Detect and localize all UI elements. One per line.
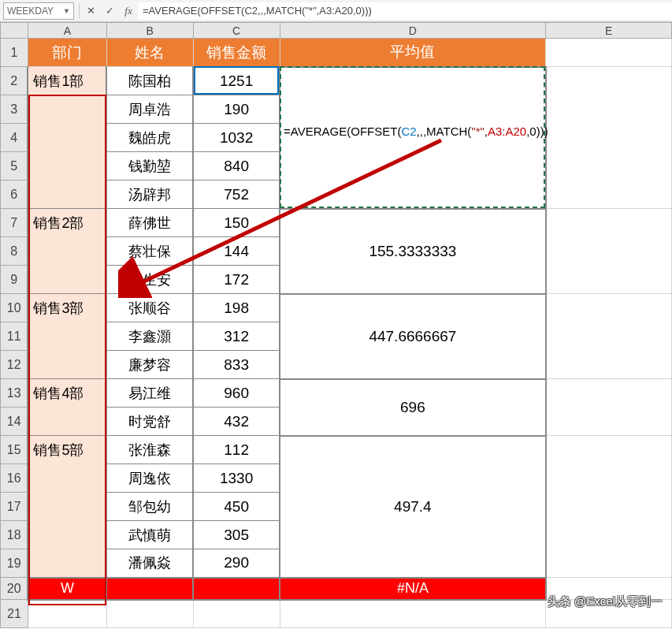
row-header-3[interactable]: 3 xyxy=(1,95,28,124)
cell-B17[interactable]: 邹包幼 xyxy=(106,493,193,521)
cell-E2[interactable] xyxy=(546,67,672,209)
cell-D1[interactable]: 平均值 xyxy=(280,39,546,67)
cell-D13[interactable]: 696 xyxy=(280,379,546,436)
cell-B19[interactable]: 潘佩焱 xyxy=(106,549,193,578)
cell-C11[interactable]: 312 xyxy=(193,322,280,351)
cell-A10[interactable]: 销售3部 xyxy=(28,294,106,322)
row-header-17[interactable]: 17 xyxy=(1,493,28,521)
cell-E13[interactable] xyxy=(546,379,672,436)
dropdown-icon[interactable]: ▼ xyxy=(63,7,70,15)
row-header-13[interactable]: 13 xyxy=(1,379,28,408)
cell-C10[interactable]: 198 xyxy=(193,294,280,322)
cell-D10[interactable]: 447.6666667 xyxy=(280,294,546,379)
cell-B20[interactable] xyxy=(106,578,193,600)
cell-C13[interactable]: 960 xyxy=(193,379,280,408)
col-header-C[interactable]: C xyxy=(193,23,280,39)
cell-B12[interactable]: 廉梦容 xyxy=(106,351,193,379)
cell-B3[interactable]: 周卓浩 xyxy=(106,95,193,124)
cell-E1[interactable] xyxy=(546,39,672,67)
row-header-18[interactable]: 18 xyxy=(1,521,28,549)
cell-C6[interactable]: 752 xyxy=(193,181,280,209)
cell-A9[interactable] xyxy=(28,266,106,294)
cell-E10[interactable] xyxy=(546,294,672,379)
row-header-4[interactable]: 4 xyxy=(1,124,28,152)
cell-D21[interactable] xyxy=(280,600,546,628)
col-header-B[interactable]: B xyxy=(106,23,193,39)
cell-A12[interactable] xyxy=(28,351,106,379)
cell-C9[interactable]: 172 xyxy=(193,266,280,294)
name-box[interactable]: WEEKDAY ▼ xyxy=(3,2,74,20)
cell-B4[interactable]: 魏皓虎 xyxy=(106,124,193,152)
select-all-corner[interactable] xyxy=(1,23,28,39)
row-header-14[interactable]: 14 xyxy=(1,408,28,436)
row-header-16[interactable]: 16 xyxy=(1,464,28,493)
cell-B9[interactable]: 王生安 xyxy=(106,266,193,294)
row-header-15[interactable]: 15 xyxy=(1,436,28,464)
cell-A11[interactable] xyxy=(28,322,106,351)
cell-C4[interactable]: 1032 xyxy=(193,124,280,152)
cell-B2[interactable]: 陈国柏 xyxy=(106,67,193,95)
cell-A8[interactable] xyxy=(28,237,106,266)
confirm-button[interactable]: ✓ xyxy=(100,2,119,20)
cell-A2[interactable]: 销售1部 xyxy=(28,67,106,95)
cell-A15[interactable]: 销售5部 xyxy=(28,436,106,464)
cell-C8[interactable]: 144 xyxy=(193,237,280,266)
cell-A1[interactable]: 部门 xyxy=(28,39,106,67)
row-header-19[interactable]: 19 xyxy=(1,549,28,578)
col-header-D[interactable]: D xyxy=(280,23,546,39)
cell-C19[interactable]: 290 xyxy=(193,549,280,578)
cell-C12[interactable]: 833 xyxy=(193,351,280,379)
row-header-12[interactable]: 12 xyxy=(1,351,28,379)
cell-B21[interactable] xyxy=(106,600,193,628)
formula-input[interactable]: =AVERAGE(OFFSET(C2,,,MATCH("*",A3:A20,0)… xyxy=(138,2,672,20)
cell-B10[interactable]: 张顺谷 xyxy=(106,294,193,322)
row-header-11[interactable]: 11 xyxy=(1,322,28,351)
row-header-7[interactable]: 7 xyxy=(1,209,28,237)
row-header-1[interactable]: 1 xyxy=(1,39,28,67)
cell-B16[interactable]: 周逸依 xyxy=(106,464,193,493)
cell-D2[interactable]: =AVERAGE(OFFSET(C2,,,MATCH("*",A3:A20,0)… xyxy=(280,67,546,209)
cell-C5[interactable]: 840 xyxy=(193,152,280,181)
cell-B11[interactable]: 李鑫灝 xyxy=(106,322,193,351)
cell-A14[interactable] xyxy=(28,408,106,436)
cell-B1[interactable]: 姓名 xyxy=(106,39,193,67)
cell-A17[interactable] xyxy=(28,493,106,521)
fx-button[interactable]: fx xyxy=(119,2,138,20)
cell-B13[interactable]: 易江维 xyxy=(106,379,193,408)
col-header-E[interactable]: E xyxy=(546,23,672,39)
cancel-button[interactable]: ✕ xyxy=(81,2,100,20)
cell-A5[interactable] xyxy=(28,152,106,181)
cell-B8[interactable]: 蔡壮保 xyxy=(106,237,193,266)
cell-D20[interactable]: #N/A xyxy=(280,578,546,600)
row-header-5[interactable]: 5 xyxy=(1,152,28,181)
row-header-8[interactable]: 8 xyxy=(1,237,28,266)
cell-B18[interactable]: 武慎萌 xyxy=(106,521,193,549)
cell-A13[interactable]: 销售4部 xyxy=(28,379,106,408)
cell-A20[interactable]: W xyxy=(28,578,106,600)
cell-B14[interactable]: 时党舒 xyxy=(106,408,193,436)
cell-E7[interactable] xyxy=(546,209,672,294)
cell-A6[interactable] xyxy=(28,181,106,209)
cell-C15[interactable]: 112 xyxy=(193,436,280,464)
cell-C2[interactable]: 1251 xyxy=(193,67,280,95)
cell-B15[interactable]: 张淮森 xyxy=(106,436,193,464)
cell-E15[interactable] xyxy=(546,436,672,578)
cell-C14[interactable]: 432 xyxy=(193,408,280,436)
cell-C18[interactable]: 305 xyxy=(193,521,280,549)
cell-B6[interactable]: 汤辟邦 xyxy=(106,181,193,209)
row-header-2[interactable]: 2 xyxy=(1,67,28,95)
cell-C3[interactable]: 190 xyxy=(193,95,280,124)
cell-A18[interactable] xyxy=(28,521,106,549)
cell-A16[interactable] xyxy=(28,464,106,493)
row-header-20[interactable]: 20 xyxy=(1,578,28,600)
cell-A3[interactable] xyxy=(28,95,106,124)
cell-B5[interactable]: 钱勤堃 xyxy=(106,152,193,181)
cell-C16[interactable]: 1330 xyxy=(193,464,280,493)
cell-A21[interactable] xyxy=(28,600,106,628)
cell-C21[interactable] xyxy=(193,600,280,628)
row-header-6[interactable]: 6 xyxy=(1,181,28,209)
col-header-A[interactable]: A xyxy=(28,23,106,39)
row-header-9[interactable]: 9 xyxy=(1,266,28,294)
cell-C7[interactable]: 150 xyxy=(193,209,280,237)
row-header-10[interactable]: 10 xyxy=(1,294,28,322)
